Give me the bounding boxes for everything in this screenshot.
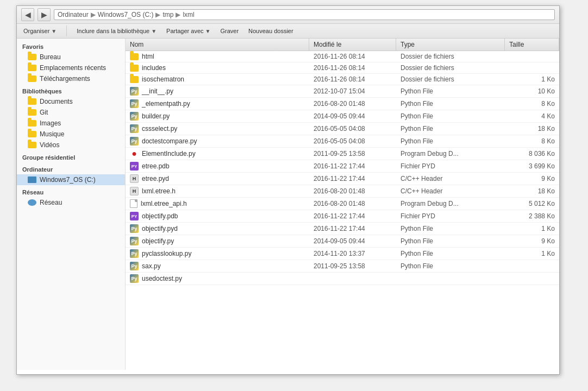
folder-icon xyxy=(28,75,36,82)
new-folder-button[interactable]: Nouveau dossier xyxy=(246,27,296,35)
file-modified-cell: 2016-11-26 08:14 xyxy=(309,62,396,73)
sidebar-label-git: Git xyxy=(40,109,48,116)
file-name-text: cssselect.py xyxy=(142,125,177,133)
file-type-cell: Program Debug D... xyxy=(396,198,505,209)
file-name-cell: Py__init__.py xyxy=(126,85,309,97)
sidebar-header-favoris[interactable]: Favoris xyxy=(17,42,125,52)
file-name-cell: Pybuilder.py xyxy=(126,110,309,122)
file-type-cell: Fichier PYD xyxy=(396,161,505,172)
file-modified-cell: 2016-08-20 01:48 xyxy=(309,98,396,109)
table-row[interactable]: lxml.etree_api.h2016-08-20 01:48Program … xyxy=(126,198,559,210)
file-name-cell: Pypyclasslookup.py xyxy=(126,248,309,260)
sidebar-item-emplacements[interactable]: Emplacements récents xyxy=(17,62,125,73)
col-header-type[interactable]: Type xyxy=(396,39,505,51)
file-name-text: objectify.py xyxy=(142,237,174,245)
col-header-name[interactable]: Nom xyxy=(126,39,309,51)
burn-label: Graver xyxy=(220,28,239,34)
table-row[interactable]: includes2016-11-26 08:14Dossier de fichi… xyxy=(126,62,559,74)
file-size-cell: 1 Ko xyxy=(505,74,559,85)
organize-button[interactable]: Organiser ▼ xyxy=(21,27,59,35)
back-button[interactable]: ◀ xyxy=(21,8,34,21)
pyd-file-icon: PY xyxy=(130,162,139,171)
content-area: Nom Modifié le Type Taille html2016-11-2… xyxy=(126,39,559,370)
file-modified-cell: 2014-11-20 13:37 xyxy=(309,248,396,259)
table-row[interactable]: Pysax.py2011-09-25 13:58Python File xyxy=(126,260,559,273)
file-name-text: doctestcompare.py xyxy=(142,137,197,145)
python-file-icon: Py xyxy=(130,262,139,270)
folder-icon xyxy=(28,120,36,127)
sidebar-label-bureau: Bureau xyxy=(40,53,61,61)
table-row[interactable]: PYetree.pdb2016-11-22 17:44Fichier PYD3 … xyxy=(126,160,559,173)
table-row[interactable]: Hetree.pyd2016-11-22 17:44C/C++ Header9 … xyxy=(126,173,559,185)
col-header-size[interactable]: Taille xyxy=(505,39,559,51)
table-row[interactable]: Pybuilder.py2014-09-05 09:44Python File4… xyxy=(126,110,559,123)
pyd-file-icon: PY xyxy=(130,212,139,220)
sidebar-item-windows7[interactable]: Windows7_OS (C:) xyxy=(17,174,125,185)
sidebar-item-telechargements[interactable]: Téléchargements xyxy=(17,73,125,84)
table-row[interactable]: Hlxml.etree.h2016-08-20 01:48C/C++ Heade… xyxy=(126,185,559,198)
sidebar-item-videos[interactable]: Vidéos xyxy=(17,140,125,150)
file-name-cell: Pysax.py xyxy=(126,260,309,272)
python-file-icon: Py xyxy=(130,137,139,146)
python-file-icon: Py xyxy=(130,237,139,245)
table-row[interactable]: Pypyclasslookup.py2014-11-20 13:37Python… xyxy=(126,248,559,260)
file-name-cell: Hlxml.etree.h xyxy=(126,185,309,197)
folder-icon xyxy=(130,76,139,83)
table-row[interactable]: isoschematron2016-11-26 08:14Dossier de … xyxy=(126,74,559,85)
python-file-icon: Py xyxy=(130,112,139,121)
sidebar-label-videos: Vidéos xyxy=(40,141,59,149)
sidebar-item-git[interactable]: Git xyxy=(17,107,125,118)
burn-button[interactable]: Graver xyxy=(218,27,241,35)
sidebar-item-reseau-item[interactable]: Réseau xyxy=(17,197,125,208)
sidebar-item-musique[interactable]: Musique xyxy=(17,129,125,140)
table-row[interactable]: Pyobjectify.py2014-09-05 09:44Python Fil… xyxy=(126,235,559,248)
table-row[interactable]: Pycssselect.py2016-05-05 04:08Python Fil… xyxy=(126,123,559,135)
table-row[interactable]: Pyusedoctest.py xyxy=(126,273,559,285)
file-size-cell xyxy=(505,66,559,70)
header-file-icon: H xyxy=(130,174,139,183)
table-row[interactable]: ●ElementInclude.py2011-09-25 13:58Progra… xyxy=(126,148,559,160)
breadcrumb-part-3[interactable]: tmp xyxy=(162,11,173,18)
col-header-modified[interactable]: Modifié le xyxy=(309,39,396,51)
table-row[interactable]: Pydoctestcompare.py2016-05-05 04:08Pytho… xyxy=(126,135,559,148)
table-row[interactable]: Py_elementpath.py2016-08-20 01:48Python … xyxy=(126,98,559,110)
sidebar-item-documents[interactable]: Documents xyxy=(17,96,125,107)
file-name-cell: Pyobjectify.py xyxy=(126,235,309,247)
sidebar-item-bureau[interactable]: Bureau xyxy=(17,52,125,62)
file-name-text: lxml.etree_api.h xyxy=(141,200,187,207)
forward-button[interactable]: ▶ xyxy=(37,8,51,21)
breadcrumb-part-4[interactable]: lxml xyxy=(183,11,194,18)
table-row[interactable]: html2016-11-26 08:14Dossier de fichiers xyxy=(126,51,559,62)
table-row[interactable]: Pyobjectify.pyd2016-11-22 17:44Python Fi… xyxy=(126,223,559,235)
breadcrumb-part-1[interactable]: Ordinateur xyxy=(58,11,89,18)
file-type-cell: C/C++ Header xyxy=(396,186,505,197)
file-modified-cell: 2016-11-22 17:44 xyxy=(309,211,396,222)
include-library-button[interactable]: Inclure dans la bibliothèque ▼ xyxy=(74,27,159,35)
file-modified-cell: 2016-05-05 04:08 xyxy=(309,123,396,134)
breadcrumb-part-2[interactable]: Windows7_OS (C:) xyxy=(98,11,154,18)
table-row[interactable]: Py__init__.py2012-10-07 15:04Python File… xyxy=(126,85,559,98)
file-size-cell xyxy=(505,264,559,268)
sidebar-header-groupe[interactable]: Groupe résidentiel xyxy=(17,153,125,162)
breadcrumb[interactable]: Ordinateur ▶ Windows7_OS (C:) ▶ tmp ▶ lx… xyxy=(54,9,555,20)
file-name-text: lxml.etree.h xyxy=(142,187,176,195)
sidebar-header-bibliotheques[interactable]: Bibliothèques xyxy=(17,86,125,96)
file-type-cell: Python File xyxy=(396,86,505,97)
file-name-text: etree.pdb xyxy=(142,162,170,170)
file-type-cell: Python File xyxy=(396,123,505,134)
file-name-text: builder.py xyxy=(142,112,170,120)
file-name-cell: lxml.etree_api.h xyxy=(126,198,309,210)
sidebar-header-reseau[interactable]: Réseau xyxy=(17,187,125,197)
share-button[interactable]: Partager avec ▼ xyxy=(164,27,212,35)
share-label: Partager avec xyxy=(166,28,203,34)
table-row[interactable]: PYobjectify.pdb2016-11-22 17:44Fichier P… xyxy=(126,210,559,223)
file-modified-cell: 2011-09-25 13:58 xyxy=(309,148,396,159)
file-size-cell: 9 Ko xyxy=(505,236,559,247)
file-type-cell: Python File xyxy=(396,98,505,109)
sidebar-header-ordinateur[interactable]: Ordinateur xyxy=(17,165,125,174)
sidebar-section-bibliotheques: Bibliothèques Documents Git Images xyxy=(17,86,125,150)
folder-icon xyxy=(130,65,139,72)
sidebar-item-images[interactable]: Images xyxy=(17,118,125,129)
file-name-cell: includes xyxy=(126,62,309,73)
file-name-text: includes xyxy=(142,64,166,72)
